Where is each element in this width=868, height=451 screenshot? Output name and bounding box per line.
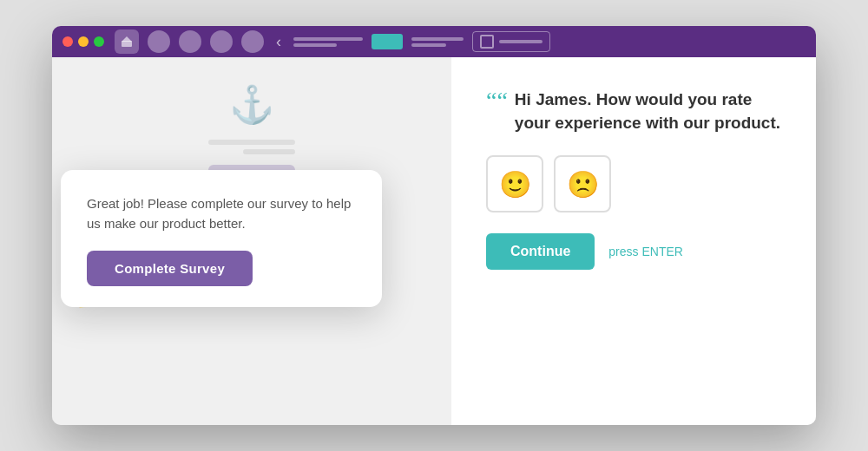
main-area: ⚓ 📁 xyxy=(52,57,816,425)
survey-body-text: Great job! Please complete our survey to… xyxy=(87,194,356,233)
quote-mark-icon: ““ xyxy=(486,88,508,113)
survey-card: Great job! Please complete our survey to… xyxy=(61,170,382,307)
question-text: Hi James. How would you rate your experi… xyxy=(515,88,781,134)
toolbar-label-group[interactable] xyxy=(472,31,550,52)
avatar-4 xyxy=(241,30,264,53)
avatar-2 xyxy=(179,30,201,53)
action-row: Continue press ENTER xyxy=(486,233,781,270)
close-button[interactable] xyxy=(62,36,73,47)
press-enter-hint: press ENTER xyxy=(608,245,683,258)
toolbar-rect-icon xyxy=(480,35,494,49)
happy-emoji-button[interactable]: 🙂 xyxy=(486,155,543,212)
placeholder-lines xyxy=(208,140,295,154)
emoji-row: 🙂 🙁 xyxy=(486,155,781,212)
toolbar-teal-indicator xyxy=(372,34,403,49)
back-icon[interactable]: ‹ xyxy=(276,33,281,51)
breadcrumb-line-1 xyxy=(293,37,363,41)
anchor-icon: ⚓ xyxy=(229,83,274,126)
toolbar-dash-group xyxy=(411,37,464,47)
continue-button[interactable]: Continue xyxy=(486,233,595,270)
titlebar: ‹ xyxy=(52,26,816,57)
placeholder-line-1 xyxy=(208,140,295,145)
avatar-3 xyxy=(210,30,233,53)
titlebar-buttons xyxy=(62,36,104,47)
dash-2 xyxy=(411,43,446,47)
maximize-button[interactable] xyxy=(94,36,104,47)
placeholder-line-2 xyxy=(243,149,295,154)
left-panel: ⚓ 📁 xyxy=(52,57,451,425)
app-window: ‹ ⚓ xyxy=(52,26,816,425)
dash-1 xyxy=(411,37,464,41)
survey-question: ““ Hi James. How would you rate your exp… xyxy=(486,88,781,134)
sad-emoji-button[interactable]: 🙁 xyxy=(554,155,611,212)
svg-rect-0 xyxy=(122,41,132,47)
toolbar-home-icon[interactable] xyxy=(115,29,139,54)
toolbar-label-text xyxy=(499,40,542,43)
avatar-1 xyxy=(148,30,170,53)
minimize-button[interactable] xyxy=(78,36,89,47)
toolbar: ‹ xyxy=(115,29,806,54)
breadcrumb xyxy=(293,37,363,47)
right-panel: ““ Hi James. How would you rate your exp… xyxy=(451,57,816,425)
complete-survey-button[interactable]: Complete Survey xyxy=(87,251,253,286)
breadcrumb-line-2 xyxy=(293,43,337,47)
svg-marker-1 xyxy=(122,36,132,42)
